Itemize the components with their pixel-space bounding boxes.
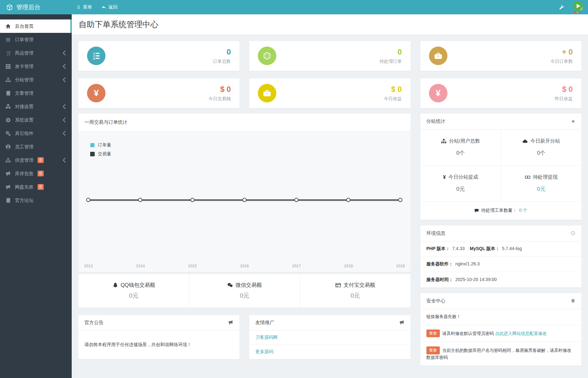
sidebar-item-label: 网盘失效 (15, 184, 33, 190)
sidebar-item-label: 官方论坛 (15, 197, 33, 204)
gear-icon (5, 117, 11, 123)
list-icon (5, 37, 11, 42)
warning-text: 请及时修改默认管理员密码 (442, 331, 495, 336)
sidebar-item-label: 库存告急 (15, 171, 33, 177)
sidebar-item-home[interactable]: 后台首页 (0, 19, 72, 33)
menu-grip-icon (76, 5, 81, 9)
back-label: 返回 (108, 4, 118, 10)
pay-stat-label: QQ钱包交易额 (121, 282, 155, 289)
stat-label: 今日收益 (384, 96, 402, 102)
brand-label: 管理后台 (16, 3, 40, 11)
comment-icon (474, 208, 479, 213)
promo-link[interactable]: 刀客源码网 (255, 335, 278, 340)
promo-panel: 友情推广 刀客源码网 更多源码 (249, 315, 410, 359)
banknote-icon (525, 174, 530, 180)
substation-stats-panel: 分站统计 分站/用户总数 0个 (420, 114, 581, 220)
sidebar-item-articles[interactable]: 文章管理 (0, 86, 72, 100)
brand[interactable]: 管理后台 (0, 0, 72, 14)
yen-icon: ¥ (443, 174, 446, 180)
security-center-panel: 安全中心 链接服务器失败！ 重要请及时修改默认管理员密码 点此进入网站信息配置修… (420, 293, 581, 366)
cloud-icon (522, 138, 528, 144)
sidebar-item-system-settings[interactable]: 系统设置 (0, 113, 72, 127)
legend-swatch (90, 143, 95, 147)
env-row-versions: PHP 版本：7.4.33 MySQL 版本：5.7.44-log (420, 241, 581, 257)
stat-value: $ 0 (208, 85, 231, 94)
sitemap-icon (441, 138, 446, 144)
pay-stat-value: 0元 (351, 292, 360, 300)
list-ol-icon (87, 47, 105, 65)
notice-title: 官方公告 (84, 320, 104, 326)
weekly-chart-panel: 一周交易与订单统计 订单量 交易量 (78, 114, 410, 272)
sidebar-item-staff[interactable]: 员工管理 (0, 140, 72, 153)
sidebar-item-forum[interactable]: 官方论坛 (0, 194, 72, 207)
grid-icon (5, 64, 11, 69)
sidebar-item-integration[interactable]: 对接设置 (0, 100, 72, 113)
sidebar: 后台首页 订单管理 商品管理 发卡管理 分站管理 文章管理 对接设置 (0, 14, 72, 378)
chart-marker (346, 198, 351, 202)
stat-label: 今日交易额 (208, 96, 231, 102)
sidebar-item-substations[interactable]: 分站管理 (0, 73, 72, 86)
chart-plot: 订单量 交易量 1013101410151016101710181019 (78, 132, 410, 272)
substation-cell-withdrawals: 待处理提现 0元 (501, 166, 581, 202)
chart-x-label: 1015 (188, 264, 197, 268)
pay-stat-qq: QQ钱包交易额 0元 (78, 274, 189, 308)
promo-link[interactable]: 更多源码 (255, 349, 273, 355)
legend-item-orders[interactable]: 订单量 (90, 142, 111, 148)
sidebar-item-stock-alert[interactable]: 库存告急 0 (0, 167, 72, 180)
sidebar-item-label: 员工管理 (15, 144, 33, 150)
pay-stat-label: 支付宝交易额 (344, 282, 375, 289)
site-logo[interactable] (571, 1, 585, 14)
briefcase-icon (258, 84, 276, 102)
chart-marker (86, 198, 91, 202)
important-badge: 重要 (426, 346, 440, 354)
sidebar-item-label: 文章管理 (15, 90, 33, 96)
chevron-left-icon (62, 158, 68, 163)
badge-count: 0 (38, 184, 44, 190)
shield-icon (571, 299, 575, 303)
megaphone-icon (228, 320, 233, 325)
env-value: nginx/1.26.3 (455, 261, 480, 266)
briefcase-icon (429, 47, 447, 65)
config-link[interactable]: 点此进入网站信息配置修改 (495, 331, 547, 336)
pay-stat-label: 微信交易额 (236, 282, 262, 289)
stat-card-today-orders: + 0 今日订单数 (420, 41, 581, 71)
sidebar-item-label: 商品管理 (15, 50, 33, 56)
settings-wrench-button[interactable] (557, 5, 567, 10)
warning-text: 当前主机的数据库用户名与密码相同，极易被黑客破解，请及时修改数据库密码 (426, 348, 571, 360)
sidebar-item-products[interactable]: 商品管理 (0, 46, 72, 60)
chart-marker (398, 198, 403, 202)
sidebar-item-netdisk-invalid[interactable]: 网盘失效 0 (0, 180, 72, 194)
security-warning-password: 重要请及时修改默认管理员密码 点此进入网站信息配置修改 (420, 325, 581, 342)
stat-card-total-orders: 0 订单总数 (78, 41, 239, 71)
credit-card-icon (335, 282, 341, 288)
home-icon (5, 24, 11, 29)
substation-cell-value: 0元 (537, 185, 545, 193)
tickets-label: 待处理工单数量： (481, 208, 517, 213)
back-button[interactable]: 返回 (97, 0, 122, 14)
sidebar-item-card-issuing[interactable]: 发卡管理 (0, 60, 72, 73)
sidebar-item-supply[interactable]: 供货管理 0 (0, 153, 72, 167)
env-label: MySQL 版本： (470, 246, 500, 251)
sidebar-item-orders[interactable]: 订单管理 (0, 33, 72, 46)
circle-icon (571, 119, 575, 123)
substation-cell-label: 今日新开分站 (530, 138, 560, 145)
qq-icon (113, 282, 118, 288)
environment-title: 环境信息 (426, 230, 446, 236)
chart-marker (294, 198, 299, 202)
legend-swatch (90, 152, 95, 156)
env-value: 2025-10-20 14:39:00 (455, 277, 497, 282)
reply-icon (102, 5, 106, 10)
environment-panel: 环境信息 PHP 版本：7.4.33 MySQL 版本：5.7.44-log (420, 226, 581, 287)
sidebar-item-components[interactable]: 其它组件 (0, 127, 72, 140)
legend-item-volume[interactable]: 交易量 (90, 151, 111, 157)
substation-title: 分站统计 (426, 118, 446, 124)
yen-icon: ¥ (87, 84, 105, 102)
substation-cell-value: 0个 (456, 149, 465, 157)
wechat-icon (227, 282, 233, 288)
stat-card-today-profit: $ 0 今日收益 (249, 78, 410, 108)
env-label: 服务器软件： (426, 261, 453, 266)
gem-icon (258, 47, 276, 65)
tickets-count: 0 个 (519, 208, 527, 213)
menu-toggle[interactable]: 菜单 (72, 0, 97, 14)
security-alert: 链接服务器失败！ (420, 309, 581, 325)
